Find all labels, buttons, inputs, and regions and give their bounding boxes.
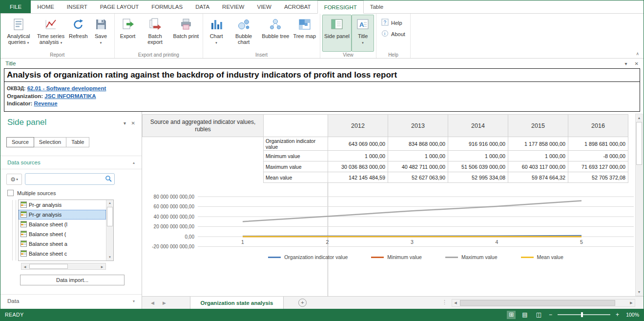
ribbon-tab-insert[interactable]: INSERT	[61, 0, 94, 13]
data-section-header[interactable]: Data ▾	[0, 294, 142, 304]
year-header[interactable]: 2014	[448, 115, 508, 137]
field-link[interactable]: Revenue	[34, 100, 58, 106]
value-cell[interactable]: 60 403 117 000,00	[508, 161, 568, 172]
ribbon-tab-file[interactable]: FILE	[0, 0, 31, 13]
list-scrollbar[interactable]: ▲ ▼	[106, 200, 113, 261]
value-cell[interactable]: 1 000,00	[448, 151, 508, 161]
zoom-percent[interactable]: 100%	[624, 312, 639, 318]
data-sources-section-header[interactable]: Data sources ▴	[0, 156, 142, 169]
value-cell[interactable]: 1 000,00	[388, 151, 448, 161]
ribbon-tab-data[interactable]: DATA	[189, 0, 216, 13]
scroll-right-icon[interactable]: ▶	[628, 300, 635, 306]
value-cell[interactable]: 916 916 000,00	[448, 137, 508, 151]
sheet-nav-left-icon[interactable]: ◀	[151, 297, 154, 309]
scroll-thumb[interactable]	[107, 207, 113, 226]
value-cell[interactable]: 51 506 039 000,00	[448, 161, 508, 172]
ribbon-tab-review[interactable]: REVIEW	[216, 0, 250, 13]
title-collapse-icon[interactable]: ▾	[625, 61, 627, 66]
tree-item[interactable]: Pr-gr analysis	[19, 200, 106, 210]
batch-export-button[interactable]: Batch export	[139, 15, 171, 52]
value-cell[interactable]: 52 705 372,08	[568, 172, 628, 183]
value-cell[interactable]: 643 069 000,00	[328, 137, 388, 151]
tree-item[interactable]: Balance sheet (l	[19, 220, 106, 229]
data-import-button[interactable]: Data import...	[20, 275, 125, 285]
value-cell[interactable]: 142 145 484,59	[328, 172, 388, 183]
collapse-ribbon-button[interactable]: ∧	[636, 51, 639, 56]
value-cell[interactable]: 1 177 858 000,00	[508, 137, 568, 151]
year-header[interactable]: 2013	[388, 115, 448, 137]
sheet-hscrollbar[interactable]: ◀ ▶	[452, 299, 635, 307]
sheet-tab-organization-state-analysis[interactable]: Organization state analysis	[190, 297, 284, 309]
side-tab-table[interactable]: Table	[66, 137, 89, 147]
chart-button[interactable]: Chart▾	[205, 15, 228, 52]
search-icon[interactable]	[105, 175, 112, 182]
title-close-icon[interactable]: ✕	[635, 61, 639, 66]
zoom-in-button[interactable]: +	[615, 311, 620, 318]
refresh-button[interactable]: Refresh	[67, 15, 90, 52]
about-button[interactable]: i About	[381, 30, 405, 38]
scroll-up-icon[interactable]: ▲	[636, 114, 643, 121]
scroll-left-icon[interactable]: ◀	[21, 263, 28, 269]
field-link[interactable]: JSC INFORMATIKA	[44, 93, 96, 99]
page-layout-view-button[interactable]: ▤	[520, 311, 529, 319]
add-sheet-button[interactable]: +	[298, 299, 307, 307]
value-cell[interactable]: 30 036 863 000,00	[328, 161, 388, 172]
page-break-view-button[interactable]: ◫	[534, 311, 543, 319]
side-tab-selection[interactable]: Selection	[34, 137, 66, 147]
ribbon-tab-view[interactable]: VIEW	[250, 0, 277, 13]
value-cell[interactable]: 1 898 681 000,00	[568, 137, 628, 151]
multiple-sources-checkbox[interactable]	[7, 190, 14, 196]
side-panel-close-icon[interactable]: ✕	[131, 120, 135, 126]
scroll-down-icon[interactable]: ▼	[636, 288, 643, 296]
ribbon-tab-acrobat[interactable]: ACROBAT	[278, 0, 317, 13]
tree-item[interactable]: Balance sheet (	[19, 229, 106, 239]
year-header[interactable]: 2015	[508, 115, 568, 137]
blank-header-cell[interactable]	[264, 115, 328, 137]
scroll-up-icon[interactable]: ▲	[106, 200, 113, 206]
help-button[interactable]: ? Help	[381, 19, 405, 27]
settings-gear-button[interactable]: ⚙▾	[6, 174, 22, 185]
ribbon-tab-home[interactable]: HOME	[31, 0, 61, 13]
ribbon-tab-formulas[interactable]: FORMULAS	[145, 0, 189, 13]
value-cell[interactable]: -8 000,00	[568, 151, 628, 161]
value-cell[interactable]: 834 868 000,00	[388, 137, 448, 151]
scroll-left-icon[interactable]: ◀	[452, 300, 459, 306]
scroll-down-icon[interactable]: ▼	[106, 254, 113, 261]
bubble-tree-button[interactable]: Bubble tree	[260, 15, 291, 52]
export-button[interactable]: Export	[117, 15, 139, 52]
batch-print-button[interactable]: Batch print	[171, 15, 201, 52]
corner-header[interactable]: Source and aggregated indicator values, …	[143, 115, 264, 137]
scroll-thumb[interactable]	[29, 264, 68, 269]
value-cell[interactable]: 1 000,00	[508, 151, 568, 161]
field-link[interactable]: 62.01 - Software development	[27, 85, 106, 91]
time-series-analysis-button[interactable]: Time series analysis ▾	[35, 15, 67, 52]
tree-item[interactable]: Balance sheet c	[19, 249, 106, 259]
save-button[interactable]: Save▾	[90, 15, 112, 52]
year-header[interactable]: 2016	[568, 115, 628, 137]
tree-item[interactable]: Pr-gr analysis	[19, 210, 106, 220]
title-toggle-button[interactable]: A Title▾	[352, 15, 374, 52]
tree-item[interactable]: Balance sheet a	[19, 239, 106, 249]
normal-view-button[interactable]: ⊞	[507, 311, 516, 319]
ribbon-tab-foresight[interactable]: FORESIGHT	[317, 0, 364, 14]
row-label[interactable]: Organization indicator value	[264, 137, 328, 151]
search-input[interactable]	[25, 173, 115, 185]
value-cell[interactable]: 59 874 664,32	[508, 172, 568, 183]
tree-map-button[interactable]: Tree map	[291, 15, 318, 52]
value-cell[interactable]: 40 482 711 000,00	[388, 161, 448, 172]
ribbon-tab-table[interactable]: Table	[364, 0, 390, 13]
side-panel-toggle-button[interactable]: Side panel	[322, 15, 352, 52]
side-panel-collapse-icon[interactable]: ▾	[124, 120, 126, 126]
analytical-queries-button[interactable]: Analytical queries ▾	[2, 15, 35, 52]
year-header[interactable]: 2012	[328, 115, 388, 137]
zoom-slider-thumb[interactable]	[581, 312, 583, 317]
value-cell[interactable]: 52 995 334,08	[448, 172, 508, 183]
value-cell[interactable]: 1 000,00	[328, 151, 388, 161]
vertical-scrollbar[interactable]: ▲ ▼	[635, 114, 643, 296]
scroll-thumb[interactable]	[460, 300, 615, 306]
zoom-out-button[interactable]: −	[548, 311, 553, 318]
value-cell[interactable]: 52 627 063,90	[388, 172, 448, 183]
bubble-chart-button[interactable]: Bubble chart	[228, 15, 260, 52]
scroll-thumb[interactable]	[636, 122, 642, 165]
row-label[interactable]: Mean value	[264, 172, 328, 183]
